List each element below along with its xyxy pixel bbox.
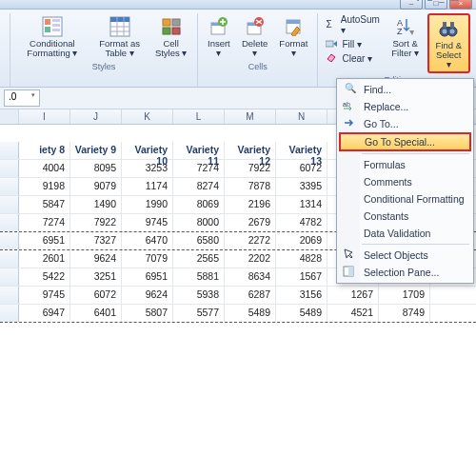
cell[interactable]: 9624: [122, 287, 173, 304]
cell[interactable]: 1490: [70, 196, 122, 213]
menu-formulas[interactable]: Formulas: [339, 156, 471, 173]
header-cell[interactable]: Variety 13: [276, 142, 327, 159]
cell[interactable]: 2601: [19, 250, 70, 268]
cell[interactable]: 9745: [19, 287, 70, 304]
col-header[interactable]: I: [19, 109, 70, 124]
menu-selection-pane[interactable]: Selection Pane...: [339, 264, 471, 281]
cell[interactable]: 1267: [327, 287, 379, 304]
menu-comments[interactable]: Comments: [339, 173, 471, 190]
col-header[interactable]: K: [122, 109, 173, 124]
cell[interactable]: 8095: [70, 160, 122, 177]
cell[interactable]: [430, 305, 476, 322]
cell[interactable]: 6580: [173, 232, 225, 249]
cell[interactable]: [430, 287, 476, 304]
cell[interactable]: 2272: [225, 232, 276, 249]
cell[interactable]: 9198: [19, 178, 70, 195]
ribbon-min-icon[interactable]: ▵: [427, 0, 432, 3]
cell[interactable]: 8069: [173, 196, 225, 213]
menu-replace[interactable]: abReplace...: [339, 98, 471, 115]
format-button[interactable]: Format ▾: [275, 13, 311, 60]
cell[interactable]: 2565: [173, 250, 225, 268]
menu-select-objects[interactable]: Select Objects: [339, 247, 471, 264]
help-icon[interactable]: ?: [415, 0, 421, 3]
menu-goto-special[interactable]: Go To Special...: [339, 132, 471, 151]
cell[interactable]: 1709: [379, 287, 430, 304]
cell[interactable]: 7274: [173, 160, 225, 177]
cell[interactable]: 5807: [122, 305, 173, 322]
cell[interactable]: 9745: [122, 214, 173, 231]
win-min-icon[interactable]: _: [439, 0, 445, 3]
col-header[interactable]: M: [225, 109, 276, 124]
cell[interactable]: 2202: [225, 250, 276, 268]
cell[interactable]: 9079: [70, 178, 122, 195]
cell[interactable]: 5577: [173, 305, 225, 322]
menu-goto[interactable]: Go To...: [339, 115, 471, 132]
find-select-button[interactable]: Find & Select ▾: [427, 13, 470, 73]
cell[interactable]: 6072: [276, 160, 327, 177]
fill-button[interactable]: Fill ▾: [324, 37, 383, 50]
header-cell[interactable]: Variety 11: [173, 142, 225, 159]
cell[interactable]: 7327: [70, 232, 122, 249]
cell[interactable]: 5847: [19, 196, 70, 213]
cell[interactable]: 6947: [19, 305, 70, 322]
cell[interactable]: 7274: [19, 214, 70, 231]
cell[interactable]: 1567: [276, 268, 327, 286]
cell[interactable]: 3253: [122, 160, 173, 177]
cell[interactable]: 6951: [19, 232, 70, 249]
cell[interactable]: 6401: [70, 305, 122, 322]
cell[interactable]: 7079: [122, 250, 173, 268]
cell[interactable]: 9624: [70, 250, 122, 268]
cell[interactable]: 5489: [276, 305, 327, 322]
cell[interactable]: 1314: [276, 196, 327, 213]
cell[interactable]: 6287: [225, 287, 276, 304]
header-cell[interactable]: Variety 12: [225, 142, 276, 159]
cell[interactable]: 7922: [225, 160, 276, 177]
cell[interactable]: 4828: [276, 250, 327, 268]
menu-find[interactable]: 🔍Find...: [339, 81, 471, 98]
format-as-table-button[interactable]: Format as Table ▾: [92, 13, 148, 60]
menu-data-validation[interactable]: Data Validation: [339, 225, 471, 242]
cell[interactable]: 6951: [122, 268, 173, 286]
autosum-button[interactable]: ΣAutoSum ▾: [324, 13, 383, 36]
cell[interactable]: 3395: [276, 178, 327, 195]
header-cell[interactable]: Variety 10: [122, 142, 173, 159]
cell[interactable]: 3156: [276, 287, 327, 304]
col-header[interactable]: L: [173, 109, 225, 124]
cell[interactable]: 8000: [173, 214, 225, 231]
menu-conditional-formatting[interactable]: Conditional Formatting: [339, 190, 471, 208]
col-header[interactable]: N: [276, 109, 327, 124]
col-header[interactable]: J: [70, 109, 122, 124]
cell[interactable]: 4782: [276, 214, 327, 231]
header-cell[interactable]: iety 8: [19, 142, 70, 159]
cell[interactable]: 8274: [173, 178, 225, 195]
cell[interactable]: 5881: [173, 268, 225, 286]
win-restore-icon[interactable]: ❐: [450, 0, 459, 3]
cell-styles-button[interactable]: Cell Styles ▾: [150, 13, 190, 60]
header-cell[interactable]: Variety 9: [70, 142, 122, 159]
cell[interactable]: 4521: [327, 305, 379, 322]
cell[interactable]: 1174: [122, 178, 173, 195]
cell[interactable]: 3251: [70, 268, 122, 286]
insert-button[interactable]: Insert ▾: [204, 13, 234, 60]
cell[interactable]: 6072: [70, 287, 122, 304]
win-close-icon[interactable]: ×: [466, 0, 471, 3]
menu-constants[interactable]: Constants: [339, 208, 471, 225]
cell[interactable]: 8749: [379, 305, 430, 322]
cell[interactable]: 8634: [225, 268, 276, 286]
cell[interactable]: 5422: [19, 268, 70, 286]
cell[interactable]: 7878: [225, 178, 276, 195]
cell[interactable]: 1990: [122, 196, 173, 213]
sort-filter-button[interactable]: AZ Sort & Filter ▾: [387, 13, 424, 60]
cell[interactable]: 5489: [225, 305, 276, 322]
name-box[interactable]: .0▾: [4, 89, 40, 107]
cell[interactable]: 6470: [122, 232, 173, 249]
conditional-formatting-button[interactable]: Conditional Formatting ▾: [16, 13, 89, 60]
cell[interactable]: 5938: [173, 287, 225, 304]
delete-button[interactable]: Delete ▾: [238, 13, 271, 60]
cell[interactable]: 2069: [276, 232, 327, 249]
col-header[interactable]: [0, 109, 19, 124]
cell[interactable]: 4004: [19, 160, 70, 177]
clear-button[interactable]: Clear ▾: [324, 51, 383, 65]
cell[interactable]: 2679: [225, 214, 276, 231]
cell[interactable]: 7922: [70, 214, 122, 231]
